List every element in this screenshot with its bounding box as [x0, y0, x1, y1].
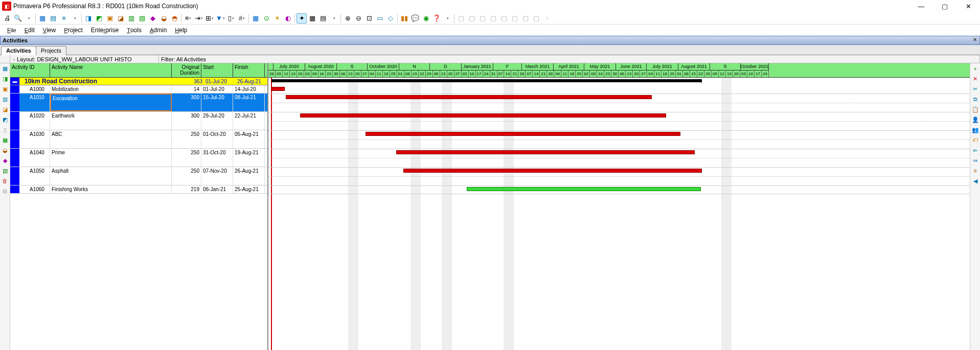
zoom-out-icon[interactable]: ⊖ [353, 13, 363, 24]
timescale-header[interactable]: July 2020August 2020SOctober 2020NDJanua… [268, 63, 970, 78]
bars-icon[interactable]: ▮▮ [399, 13, 409, 24]
tracking-icon[interactable]: ▧ [137, 13, 147, 24]
nav-projects-icon[interactable]: ▦ [1, 64, 9, 73]
tab-activities[interactable]: Activities [1, 46, 36, 55]
dim5-icon[interactable]: ▢ [499, 13, 509, 24]
panel-close-icon[interactable]: ✕ [971, 37, 978, 44]
nav-report-icon[interactable]: ▧ [1, 167, 9, 175]
gantt-bar[interactable] [300, 113, 666, 118]
menu-edit[interactable]: Edit [20, 26, 39, 35]
risk-icon[interactable]: ◆ [148, 13, 158, 24]
layout-drop-icon[interactable] [70, 13, 80, 24]
nav-assignments-icon[interactable]: ◩ [1, 115, 9, 124]
chat-icon[interactable]: 💬 [410, 13, 420, 24]
nav-activities-icon[interactable]: ▣ [1, 85, 9, 93]
gantt-bar[interactable] [396, 150, 695, 154]
wbs-collapse-icon[interactable]: ▬ [10, 78, 19, 85]
menu-view[interactable]: View [39, 26, 60, 35]
store-period-icon[interactable]: ▦ [307, 13, 317, 24]
role-icon[interactable]: 👥 [971, 126, 979, 134]
wbs-icon[interactable]: ◩ [94, 13, 104, 24]
group-icon[interactable]: ⊞ [204, 13, 215, 24]
zoom-in-icon[interactable]: ⊕ [343, 13, 353, 24]
recalc-icon[interactable] [329, 13, 339, 24]
level-icon[interactable]: ⊙ [261, 13, 271, 24]
menu-tools[interactable]: Tools [123, 26, 146, 35]
step-icon[interactable]: ≡ [971, 167, 979, 175]
cut-icon[interactable]: ✂ [971, 85, 979, 93]
col-activity-id[interactable]: Activity ID [10, 63, 50, 77]
close-button[interactable]: ✕ [956, 0, 980, 12]
dim-drop-icon[interactable] [542, 13, 552, 24]
expand-icon[interactable]: ◇ [385, 13, 396, 24]
tab-projects[interactable]: Projects [36, 46, 66, 55]
dim8-icon[interactable]: ▢ [531, 13, 541, 24]
col-activity-name[interactable]: Activity Name [50, 63, 172, 77]
gantt-bar[interactable] [286, 95, 652, 99]
print-preview-icon[interactable]: 🔍 [13, 13, 23, 24]
nav-resources-icon[interactable]: ◪ [1, 105, 9, 113]
dim7-icon[interactable]: ▢ [520, 13, 531, 24]
copy-icon[interactable]: ⧉ [971, 95, 979, 103]
dim6-icon[interactable]: ▢ [510, 13, 520, 24]
col-duration[interactable]: Original Duration [172, 63, 201, 77]
spotlight-icon[interactable]: ✦ [297, 13, 307, 24]
dim4-icon[interactable]: ▢ [488, 13, 498, 24]
layout-dropdown[interactable]: ⌄ Layout: DESIGN_WW_LABOUR UNIT HISTO [10, 55, 159, 63]
gantt-icon[interactable]: ▤ [48, 13, 58, 24]
paste-icon[interactable]: 📋 [971, 105, 979, 113]
minimize-button[interactable]: — [909, 0, 933, 12]
activity-row[interactable]: A1000Mobilization1401-Jul-2014-Jul-20 [10, 85, 267, 94]
report-icon[interactable]: ▥ [126, 13, 136, 24]
nav-doc-icon[interactable]: ▯ [1, 126, 9, 134]
col-finish[interactable]: Finish [233, 63, 265, 77]
menu-project[interactable]: Project [60, 26, 87, 35]
add-icon[interactable]: ＋ [971, 64, 979, 73]
menu-enterprise[interactable]: Enterprise [87, 26, 123, 35]
resource-btn-icon[interactable]: 👤 [971, 115, 979, 124]
help2-icon[interactable]: ❓ [431, 13, 442, 24]
nav-exp-icon[interactable]: ▦ [1, 136, 9, 144]
code-icon[interactable]: 🏷 [971, 136, 979, 144]
activity-row[interactable]: A1050Asphalt25007-Nov-2026-Aug-21 [10, 167, 267, 185]
activity-row[interactable]: A1040Prime25031-Oct-2019-Aug-21 [10, 149, 267, 167]
wbs-row[interactable]: ▬ 10km Road Construction 363 01-Jul-20 2… [10, 78, 267, 85]
schedule-icon[interactable]: ▦ [250, 13, 261, 24]
layout-icon[interactable]: ▦ [37, 13, 48, 24]
hash-icon[interactable]: # [237, 13, 247, 24]
menu-help[interactable]: Help [171, 26, 191, 35]
trace-logic-icon[interactable]: ≡ [59, 13, 69, 24]
activity-row[interactable]: A1030ABC25001-Oct-2005-Aug-21 [10, 130, 267, 149]
dim2-icon[interactable]: ▢ [467, 13, 477, 24]
nav-wbs-icon[interactable]: ◨ [1, 75, 9, 83]
gantt-bar[interactable] [403, 169, 702, 173]
gantt-body[interactable] [268, 78, 970, 350]
dim1-icon[interactable]: ▢ [456, 13, 466, 24]
succ-icon[interactable]: ⇒ [971, 156, 979, 165]
maximize-button[interactable]: ▢ [933, 0, 956, 12]
pred-icon[interactable]: ⇐ [971, 146, 979, 154]
gantt-bar[interactable] [366, 132, 680, 136]
nav-risk-icon[interactable]: ◆ [1, 156, 9, 165]
activity-row[interactable]: A1060Finishing Works21908-Jan-2125-Aug-2… [10, 185, 267, 194]
gantt-bar[interactable] [467, 187, 701, 191]
nav-more-icon[interactable]: ⊟ [1, 187, 9, 195]
attach-icon[interactable]: ◉ [421, 13, 431, 24]
gantt-bar[interactable] [271, 87, 285, 91]
activity-row[interactable]: A1010Excavation30015-Jul-2008-Jul-21 [10, 94, 267, 112]
eps-icon[interactable]: ◨ [83, 13, 94, 24]
help-drop-icon[interactable] [442, 13, 452, 24]
indent-icon[interactable]: ⇥ [194, 13, 204, 24]
filter-icon[interactable]: ▼ [215, 13, 225, 24]
issue-icon[interactable]: ◒ [158, 13, 169, 24]
align-icon[interactable]: ≡ [183, 13, 193, 24]
zoom-fit-icon[interactable]: ⊡ [364, 13, 374, 24]
activity-row[interactable]: A1020Earthwork30029-Jul-2022-Jul-21 [10, 112, 267, 130]
filter-label-cell[interactable]: Filter: All Activities [159, 55, 980, 63]
threshold-icon[interactable]: ◓ [169, 13, 179, 24]
nav-trash-icon[interactable]: 🗑 [1, 177, 9, 185]
columns-icon[interactable]: ▯ [226, 13, 236, 24]
progress-icon[interactable]: ◐ [283, 13, 293, 24]
delete-icon[interactable]: ✕ [971, 75, 979, 83]
dim3-icon[interactable]: ▢ [477, 13, 488, 24]
